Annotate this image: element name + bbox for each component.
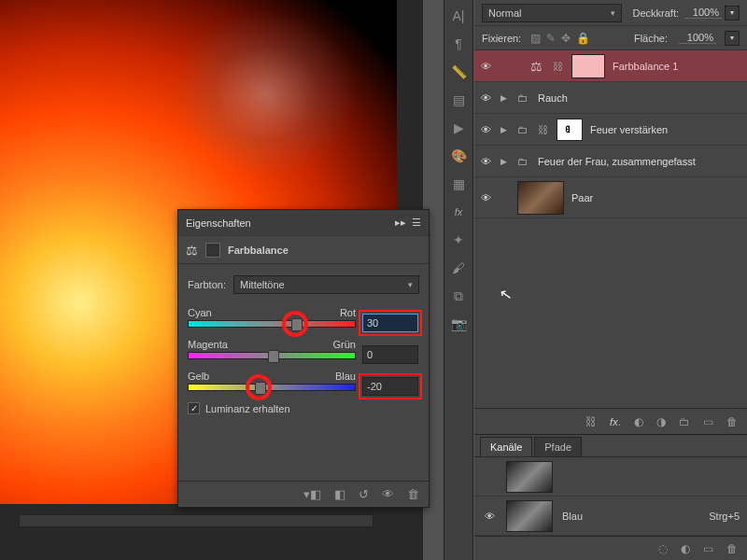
layer-mask-thumb[interactable] <box>571 54 605 78</box>
properties-title: Eigenschaften <box>186 217 251 229</box>
layers-footer: ⛓ fx. ◐ ◑ 🗀 ▭ 🗑 <box>474 408 747 434</box>
swatches-icon[interactable]: ▤ <box>450 91 467 108</box>
visibility-icon[interactable]: 👁 <box>382 487 394 501</box>
tab-pfade[interactable]: Pfade <box>534 437 582 456</box>
layer-name: Farbbalance 1 <box>613 61 747 72</box>
mask-icon[interactable]: ◐ <box>634 415 643 428</box>
properties-body: Farbton: Mitteltöne ▾ Cyan Rot 30 Magent… <box>178 264 429 426</box>
link-icon[interactable]: ⛓ <box>538 124 549 135</box>
opacity-value[interactable]: 100% <box>684 7 722 19</box>
channel-thumb[interactable] <box>506 500 553 532</box>
expand-icon[interactable]: ▶ <box>500 125 510 134</box>
layers-lock-row: Fixieren: ▨ ✎ ✥ 🔒 Fläche: 100% ▾ <box>474 26 747 50</box>
yellow-blue-value[interactable]: -20 <box>362 377 418 396</box>
blau-label: Blau <box>335 371 356 382</box>
link-icon[interactable]: ⛓ <box>553 61 564 72</box>
link-layers-icon[interactable]: ⛓ <box>585 415 597 428</box>
visibility-icon[interactable]: 👁 <box>478 61 493 72</box>
layer-list: 👁 ⚖ ⛓ Farbbalance 1 👁 ▶ 🗀 Rauch 👁 ▶ 🗀 ⛓ … <box>474 50 747 408</box>
lock-pixels-icon[interactable]: ▨ <box>530 32 541 45</box>
slider-handle[interactable] <box>291 318 303 331</box>
layer-paar[interactable]: 👁 Paar <box>474 177 747 218</box>
character-icon[interactable]: A| <box>450 7 467 24</box>
visibility-icon[interactable]: 👁 <box>478 92 493 104</box>
adjustment-icon[interactable]: ◑ <box>656 415 666 428</box>
lock-all-icon[interactable]: 🔒 <box>576 32 590 45</box>
magenta-green-slider[interactable]: 0 <box>188 352 356 359</box>
layer-feuer-verstaerken[interactable]: 👁 ▶ 🗀 ⛓ 𐐒 Feuer verstärken <box>474 114 747 146</box>
channel-shortcut: Strg+5 <box>709 511 740 522</box>
new-layer-icon[interactable]: ▭ <box>703 415 713 428</box>
fx-icon[interactable]: fx. <box>610 415 621 428</box>
layer-name: Feuer der Frau, zusammengefasst <box>538 156 747 167</box>
selection-icon[interactable]: ◌ <box>658 542 668 555</box>
fx-icon[interactable]: fx <box>450 203 467 220</box>
tab-kanaele[interactable]: Kanäle <box>480 437 532 456</box>
channels-footer: ◌ ◐ ▭ 🗑 <box>474 536 747 560</box>
paragraph-icon[interactable]: ¶ <box>450 35 467 52</box>
mask-toggle-icon[interactable] <box>205 243 220 258</box>
visibility-icon[interactable]: 👁 <box>478 192 493 203</box>
tone-dropdown[interactable]: Mitteltöne ▾ <box>233 275 419 294</box>
visibility-icon[interactable]: 👁 <box>482 511 497 522</box>
folder-icon: 🗀 <box>517 124 530 135</box>
expand-icon[interactable]: ▶ <box>500 157 510 166</box>
yellow-blue-slider[interactable]: -20 <box>188 384 356 391</box>
balance-icon: ⚖ <box>527 59 545 74</box>
channel-row-blau[interactable]: 👁 Blau Strg+5 <box>474 497 747 536</box>
trash-icon[interactable]: 🗑 <box>407 487 419 501</box>
fill-value[interactable]: 100% <box>679 32 716 44</box>
slider-handle[interactable] <box>255 382 266 395</box>
layer-feuer-frau[interactable]: 👁 ▶ 🗀 Feuer der Frau, zusammengefasst <box>474 146 747 177</box>
lock-move-icon[interactable]: ✥ <box>561 32 571 45</box>
grid-icon[interactable]: ▦ <box>450 175 467 192</box>
slider-handle[interactable] <box>268 350 279 363</box>
layer-name: Feuer verstärken <box>590 124 747 135</box>
vertical-toolbar: A| ¶ 📏 ▤ ▶ 🎨 ▦ fx ✦ 🖌 ⧉ 📷 <box>444 0 473 560</box>
rot-label: Rot <box>340 307 356 318</box>
brush-icon[interactable]: 🖌 <box>450 259 467 276</box>
fill-stepper[interactable]: ▾ <box>725 31 740 46</box>
layers-panel: Normal ▾ Deckkraft: 100% ▾ Fixieren: ▨ ✎… <box>474 0 747 560</box>
blend-mode-dropdown[interactable]: Normal ▾ <box>482 4 622 22</box>
opacity-stepper[interactable]: ▾ <box>725 6 740 21</box>
new-channel-icon[interactable]: ▭ <box>703 542 713 555</box>
tone-label: Farbton: <box>188 279 226 290</box>
layer-thumb[interactable] <box>517 181 564 215</box>
trash-icon[interactable]: 🗑 <box>726 542 738 555</box>
layer-name: Paar <box>571 192 747 203</box>
channel-thumb[interactable] <box>506 461 553 493</box>
blend-mode-value: Normal <box>488 7 521 19</box>
channel-row[interactable] <box>474 457 747 497</box>
clip-icon[interactable]: ▾◧ <box>303 487 321 501</box>
lock-paint-icon[interactable]: ✎ <box>546 32 556 45</box>
clone-icon[interactable]: ⧉ <box>450 287 467 304</box>
magenta-green-value[interactable]: 0 <box>362 345 418 364</box>
cyan-red-slider[interactable]: 30 <box>188 320 356 328</box>
horizontal-scrollbar[interactable] <box>19 514 374 527</box>
cyan-red-value[interactable]: 30 <box>362 314 418 332</box>
color-icon[interactable]: 🎨 <box>450 147 467 164</box>
balance-icon: ⚖ <box>186 243 198 258</box>
expand-icon[interactable]: ▶ <box>500 93 510 103</box>
mask-icon[interactable]: ◐ <box>681 542 690 555</box>
luminance-checkbox[interactable]: ✓ <box>188 402 200 414</box>
visibility-icon[interactable]: 👁 <box>478 124 493 135</box>
visibility-icon[interactable]: 👁 <box>478 156 493 167</box>
camera-icon[interactable]: 📷 <box>450 315 467 332</box>
wand-icon[interactable]: ✦ <box>450 231 467 248</box>
layer-rauch[interactable]: 👁 ▶ 🗀 Rauch <box>474 82 747 114</box>
play-icon[interactable]: ▶ <box>450 119 467 136</box>
measure-icon[interactable]: 📏 <box>450 63 467 80</box>
group-icon[interactable]: 🗀 <box>679 415 690 428</box>
trash-icon[interactable]: 🗑 <box>726 415 738 428</box>
collapse-icon[interactable]: ▸▸ <box>395 217 406 229</box>
layer-mask-thumb[interactable]: 𐐒 <box>557 119 583 141</box>
layer-farbbalance[interactable]: 👁 ⚖ ⛓ Farbbalance 1 <box>474 50 747 82</box>
panel-menu-icon[interactable]: ☰ <box>412 217 421 229</box>
reset-icon[interactable]: ↺ <box>359 487 369 501</box>
gruen-label: Grün <box>333 339 356 350</box>
folder-icon: 🗀 <box>517 156 530 167</box>
channel-name: Blau <box>562 511 583 522</box>
previous-icon[interactable]: ◧ <box>334 487 345 501</box>
